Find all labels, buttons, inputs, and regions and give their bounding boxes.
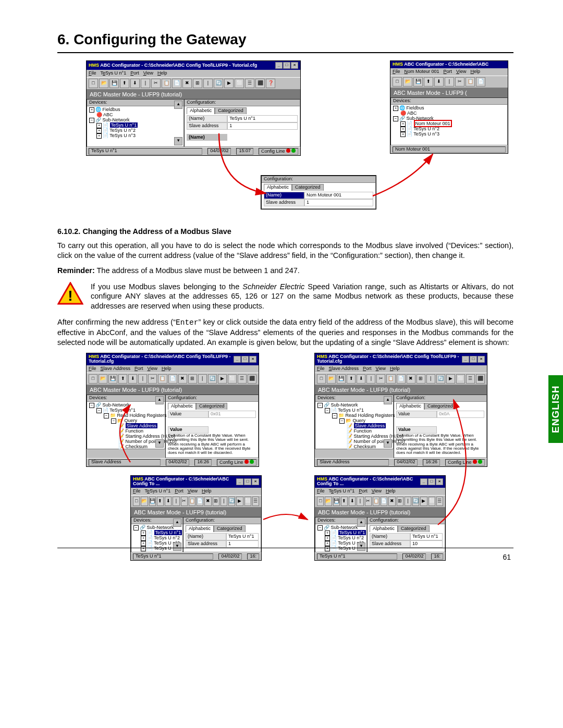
devices-pane[interactable]: Devices: +🌐 Fieldbus 🔴 ABC −🔗 Sub-Networ…	[87, 99, 184, 147]
warning-block: ! If you use Modbus slaves belonging to …	[57, 282, 513, 312]
tab-alphabetic[interactable]: Alphabetic	[187, 107, 215, 114]
scroll-up-icon[interactable]: ▲	[174, 101, 182, 109]
tab-categorized[interactable]: Categorized	[215, 107, 247, 114]
maximize-icon[interactable]: □	[283, 62, 290, 69]
page-title: 6. Configuring the Gateway	[57, 31, 513, 48]
subsection-heading: 6.10.2. Changing the Address of a Modbus…	[57, 227, 513, 236]
screenshot-window-d: HMS ABC Configurator - C:\Schneider\ABC …	[314, 353, 487, 467]
svg-text:!: !	[68, 288, 72, 304]
minimize-icon[interactable]: _	[275, 62, 283, 69]
title-rule	[57, 52, 513, 53]
paragraph-2: After confirming the new address (“Enter…	[57, 317, 513, 348]
screenshot-window-b: HMS ABC Configurator - C:\Schneider\ABC …	[390, 60, 508, 154]
page-number: 61	[503, 553, 511, 561]
mode-bar: ABC Master Mode - LUFP9 (tutorial)	[87, 90, 300, 99]
footer-rule	[57, 548, 513, 548]
close-icon[interactable]: ×	[291, 62, 298, 69]
toolbar[interactable]: □📂💾⬆⬇|✂📋📄✖⊞|🔄▶⬜☰⬛❓	[87, 77, 300, 90]
language-tab: ENGLISH	[548, 375, 563, 443]
titlebar: HMS ABC Configurator - C:\Schneider\ABC …	[87, 61, 300, 70]
statusbar: TeSys U n°1 04/02/02 15:07 Config Line	[87, 147, 300, 155]
warning-icon: !	[57, 282, 83, 305]
config-popout: Configuration: Alphabetic Categorized (N…	[261, 175, 376, 209]
screenshot-window-c: HMS ABC Configurator - C:\Schneider\ABC …	[86, 353, 259, 467]
config-pane[interactable]: Configuration: Alphabetic Categorized (N…	[184, 99, 300, 147]
menubar[interactable]: FileTeSys U n°1PortViewHelp	[87, 70, 300, 77]
screenshot-window-a: HMS ABC Configurator - C:\Schneider\ABC …	[86, 60, 301, 156]
paragraph-1: To carry out this operation, all you hav…	[57, 241, 513, 261]
reminder-line: Reminder: The address of a Modbus slave …	[57, 266, 513, 276]
scroll-down-icon[interactable]: ▼	[174, 137, 182, 145]
